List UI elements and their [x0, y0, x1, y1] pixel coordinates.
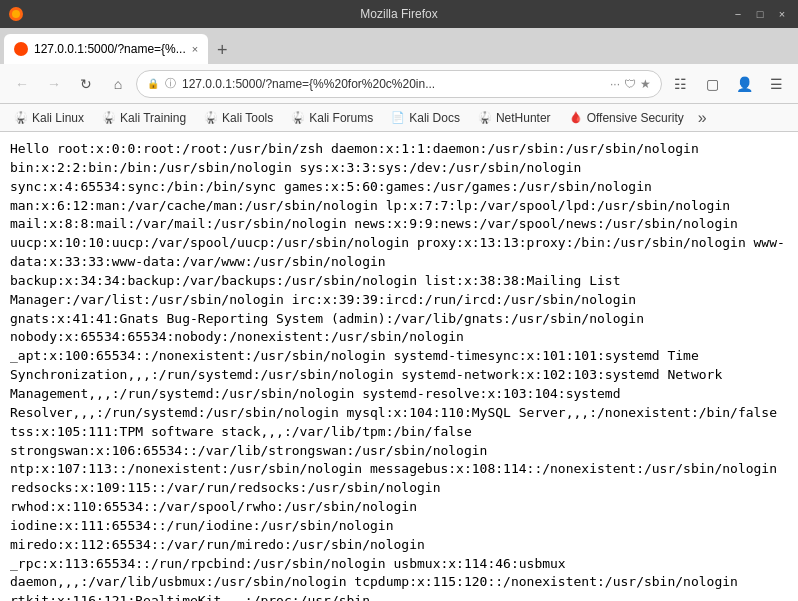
kali-forums-icon: 🥋: [291, 111, 305, 124]
tab-label: 127.0.0.1:5000/?name={%...: [34, 42, 186, 56]
kali-tools-label: Kali Tools: [222, 111, 273, 125]
kali-docs-icon: 📄: [391, 111, 405, 124]
kali-training-icon: 🥋: [102, 111, 116, 124]
forward-button[interactable]: →: [40, 70, 68, 98]
container-button[interactable]: ▢: [698, 70, 726, 98]
shield-icon[interactable]: 🛡: [624, 77, 636, 91]
kali-docs-label: Kali Docs: [409, 111, 460, 125]
kali-linux-label: Kali Linux: [32, 111, 84, 125]
nethunter-icon: 🥋: [478, 111, 492, 124]
bookmark-kali-training[interactable]: 🥋 Kali Training: [94, 109, 194, 127]
kali-forums-label: Kali Forums: [309, 111, 373, 125]
address-icon-group: ··· 🛡 ★: [610, 77, 651, 91]
navbar: ← → ↻ ⌂ 🔒 ⓘ 127.0.0.1:5000/?name={%%20fo…: [0, 64, 798, 104]
bookmark-kali-forums[interactable]: 🥋 Kali Forums: [283, 109, 381, 127]
star-icon[interactable]: ★: [640, 77, 651, 91]
window-title: Mozilla Firefox: [360, 7, 437, 21]
bookmarks-overflow-button[interactable]: »: [694, 109, 711, 127]
tab-close-button[interactable]: ×: [192, 43, 198, 55]
tabbar: 127.0.0.1:5000/?name={%... × +: [0, 28, 798, 64]
back-button[interactable]: ←: [8, 70, 36, 98]
bookmarks-bar: 🥋 Kali Linux 🥋 Kali Training 🥋 Kali Tool…: [0, 104, 798, 132]
bookmark-kali-tools[interactable]: 🥋 Kali Tools: [196, 109, 281, 127]
svg-point-1: [12, 10, 20, 18]
profile-button[interactable]: 👤: [730, 70, 758, 98]
close-button[interactable]: ×: [774, 6, 790, 22]
address-bar[interactable]: 🔒 ⓘ 127.0.0.1:5000/?name={%%20for%20c%20…: [136, 70, 662, 98]
nav-right-icons: ☷ ▢ 👤 ☰: [666, 70, 790, 98]
nethunter-label: NetHunter: [496, 111, 551, 125]
offensive-security-icon: 🩸: [569, 111, 583, 124]
home-button[interactable]: ⌂: [104, 70, 132, 98]
kali-linux-icon: 🥋: [14, 111, 28, 124]
kali-tools-icon: 🥋: [204, 111, 218, 124]
active-tab[interactable]: 127.0.0.1:5000/?name={%... ×: [4, 34, 208, 64]
bookmark-kali-linux[interactable]: 🥋 Kali Linux: [6, 109, 92, 127]
offensive-security-label: Offensive Security: [587, 111, 684, 125]
more-icon[interactable]: ···: [610, 77, 620, 91]
bookmark-offensive-security[interactable]: 🩸 Offensive Security: [561, 109, 692, 127]
maximize-button[interactable]: □: [752, 6, 768, 22]
security-icon: 🔒: [147, 78, 159, 89]
reload-button[interactable]: ↻: [72, 70, 100, 98]
tab-favicon: [14, 42, 28, 56]
window-controls: − □ ×: [730, 6, 790, 22]
titlebar: Mozilla Firefox − □ ×: [0, 0, 798, 28]
url-display[interactable]: 127.0.0.1:5000/?name={%%20for%20c%20in..…: [182, 77, 604, 91]
synced-tabs-button[interactable]: ☷: [666, 70, 694, 98]
bookmark-kali-docs[interactable]: 📄 Kali Docs: [383, 109, 468, 127]
minimize-button[interactable]: −: [730, 6, 746, 22]
firefox-logo: [8, 6, 24, 22]
menu-button[interactable]: ☰: [762, 70, 790, 98]
bookmark-nethunter[interactable]: 🥋 NetHunter: [470, 109, 559, 127]
new-tab-button[interactable]: +: [208, 36, 236, 64]
kali-training-label: Kali Training: [120, 111, 186, 125]
info-icon: ⓘ: [165, 76, 176, 91]
page-text: Hello root:x:0:0:root:/root:/usr/bin/zsh…: [10, 141, 785, 601]
page-content: Hello root:x:0:0:root:/root:/usr/bin/zsh…: [0, 132, 798, 601]
